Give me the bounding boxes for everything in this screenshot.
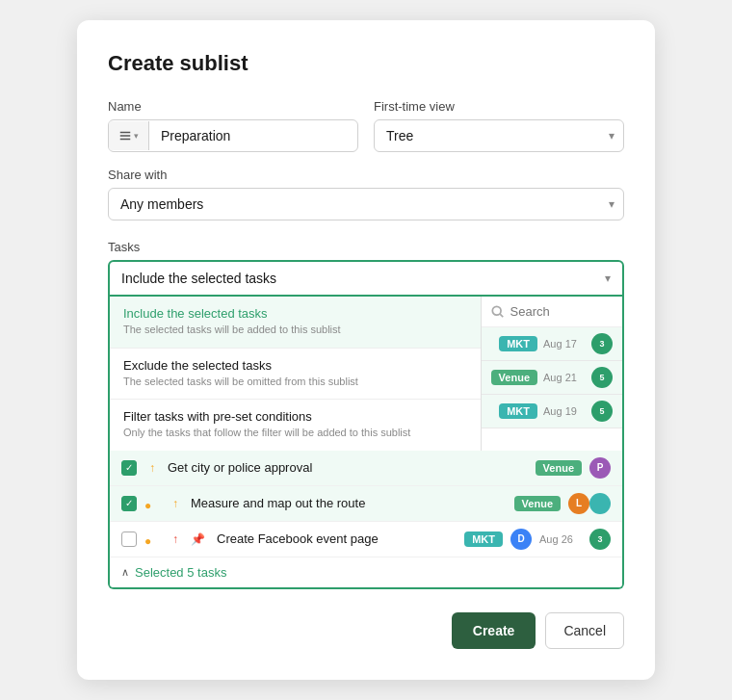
task-name-3: Create Facebook event page	[217, 531, 457, 546]
priority-up-icon-1: ↑	[149, 461, 155, 475]
task-priority-empty-2: ●	[144, 531, 160, 547]
tasks-label: Tasks	[108, 240, 624, 254]
tasks-dropdown-chevron: ▾	[605, 272, 611, 285]
option-exclude-desc: The selected tasks will be omitted from …	[123, 375, 467, 389]
task-checkbox-2[interactable]	[121, 496, 137, 511]
tasks-dropdown-wrapper: Include the selected tasks ▾ Include the…	[108, 260, 624, 588]
tasks-right-panel: MKT Aug 17 3 Venue Aug 21 5 MKT Aug 19	[482, 297, 622, 450]
option-include-desc: The selected tasks will be added to this…	[123, 323, 467, 337]
task-pin-icon: 📌	[191, 532, 205, 546]
task-tag-mkt-1: MKT	[499, 336, 537, 351]
search-icon	[491, 305, 505, 319]
create-sublist-modal: Create sublist Name ▾ First-time view	[77, 20, 655, 679]
task-avatar-2: 5	[591, 367, 613, 388]
task-row-full-1: ↑ Get city or police approval Venue P	[110, 451, 622, 486]
task-tag-venue-1: Venue	[491, 370, 537, 385]
priority-up-icon-3: ↑	[172, 532, 178, 546]
task-checkbox-3[interactable]	[121, 531, 137, 547]
priority-circle-icon-1: ●	[144, 499, 151, 512]
selected-count-row: ∧ Selected 5 tasks	[110, 557, 622, 587]
option-exclude-title: Exclude the selected tasks	[123, 358, 467, 373]
svg-point-3	[492, 306, 501, 315]
task-date-3: Aug 19	[543, 405, 586, 417]
task-row-full-3: ● ↑ 📌 Create Facebook event page MKT D A…	[110, 522, 622, 557]
view-select-wrapper: Tree Board List Calendar	[374, 119, 624, 152]
task-avatar-badge-3: D	[510, 529, 532, 550]
task-avatar-1: 3	[591, 333, 613, 354]
task-row-2: Venue Aug 21 5	[482, 361, 622, 395]
task-priority-1: ↑	[144, 460, 160, 476]
tasks-split-panel: Include the selected tasks The selected …	[110, 297, 622, 450]
task-priority-empty-1: ●	[144, 496, 160, 511]
chevron-up-icon: ∧	[121, 566, 129, 579]
task-avatar-badge-1: P	[589, 457, 611, 479]
name-input-wrapper: ▾	[108, 119, 358, 152]
task-venue-tag-1: Venue	[536, 460, 582, 476]
task-count-badge-3: 3	[589, 529, 611, 550]
view-select[interactable]: Tree Board List Calendar	[374, 119, 624, 152]
share-select[interactable]: Any members Specific members Only me	[108, 188, 624, 220]
task-date-2: Aug 21	[543, 372, 586, 383]
name-label: Name	[108, 99, 358, 114]
svg-line-4	[500, 314, 503, 317]
modal-title: Create sublist	[108, 51, 624, 76]
option-exclude[interactable]: Exclude the selected tasks The selected …	[110, 349, 481, 400]
priority-circle-icon-2: ●	[144, 534, 151, 548]
task-name-1: Get city or police approval	[168, 460, 528, 475]
task-row-3: MKT Aug 19 5	[482, 395, 622, 428]
task-checkbox-1[interactable]	[121, 460, 137, 476]
task-row-full-2: ● ↑ Measure and map out the route Venue …	[110, 486, 622, 522]
task-name-2: Measure and map out the route	[191, 496, 507, 510]
cancel-button[interactable]: Cancel	[545, 612, 624, 649]
name-icon-button[interactable]: ▾	[109, 121, 149, 150]
task-avatar-badge-2b	[589, 493, 611, 514]
name-input[interactable]	[149, 120, 357, 151]
option-filter-desc: Only the tasks that follow the filter wi…	[123, 426, 467, 440]
search-input[interactable]	[510, 304, 613, 319]
view-label: First-time view	[374, 99, 624, 114]
task-avatar-badge-2: L	[568, 493, 589, 514]
dropdown-options-panel: Include the selected tasks The selected …	[110, 297, 482, 450]
task-priority-3: ↑	[168, 531, 183, 547]
option-filter-title: Filter tasks with pre-set conditions	[123, 409, 467, 424]
priority-up-icon-2: ↑	[172, 497, 178, 510]
task-date-1: Aug 17	[543, 338, 586, 350]
create-button[interactable]: Create	[452, 612, 536, 649]
modal-footer: Create Cancel	[108, 612, 624, 649]
task-avatar-3: 5	[591, 401, 613, 422]
task-date-full-3: Aug 26	[539, 533, 582, 545]
share-label: Share with	[108, 168, 624, 182]
task-row-1: MKT Aug 17 3	[482, 327, 622, 361]
task-venue-tag-2: Venue	[514, 496, 561, 511]
share-select-wrapper: Any members Specific members Only me	[108, 188, 624, 220]
tasks-dropdown-value: Include the selected tasks	[121, 271, 276, 286]
tasks-dropdown-button[interactable]: Include the selected tasks ▾	[108, 260, 624, 297]
task-priority-2: ↑	[168, 496, 183, 511]
search-row	[482, 297, 622, 327]
option-filter[interactable]: Filter tasks with pre-set conditions Onl…	[110, 400, 481, 450]
option-include-title: Include the selected tasks	[123, 306, 467, 321]
tasks-content-area: Include the selected tasks The selected …	[108, 297, 624, 588]
option-include[interactable]: Include the selected tasks The selected …	[110, 297, 481, 348]
selected-count-text: Selected 5 tasks	[135, 565, 226, 580]
task-mkt-tag-3: MKT	[464, 531, 503, 547]
task-tag-mkt-2: MKT	[499, 403, 537, 419]
